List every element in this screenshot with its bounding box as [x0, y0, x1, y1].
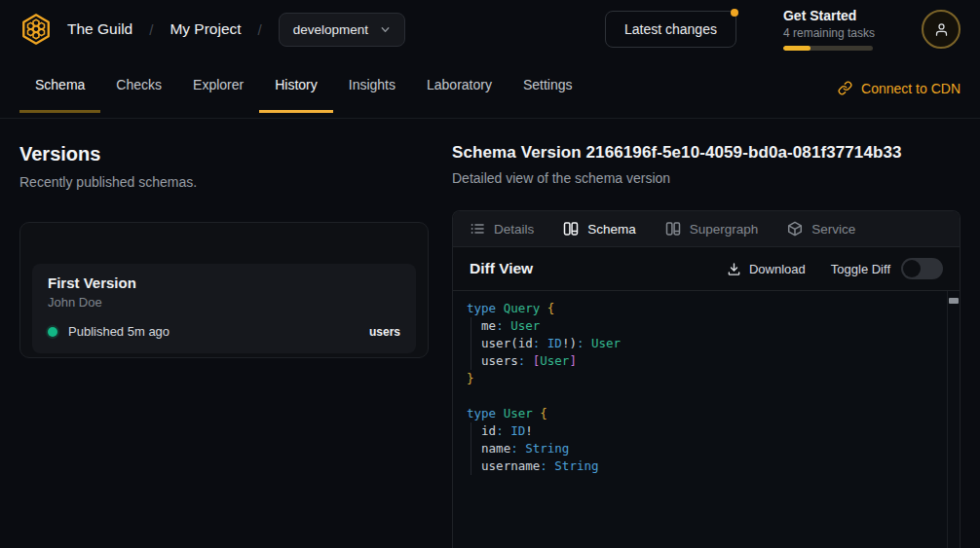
toggle-diff-group: Toggle Diff: [831, 258, 943, 279]
version-status-row: Published 5m ago users: [48, 324, 400, 339]
schema-version-subtitle: Detailed view of the schema version: [452, 170, 961, 186]
detail-tabbar: Details Schema Supergraph: [453, 211, 960, 247]
diff-view-actions: Download Toggle Diff: [727, 258, 943, 279]
environment-dropdown[interactable]: development: [279, 13, 405, 47]
hive-logo-icon[interactable]: [19, 13, 53, 46]
detail-tab-label: Schema: [587, 222, 636, 237]
download-button[interactable]: Download: [727, 262, 806, 276]
nav-tab-schema[interactable]: Schema: [19, 58, 100, 113]
diff-view-title: Diff View: [470, 260, 533, 277]
toggle-diff-label: Toggle Diff: [831, 262, 890, 276]
indent-guide: [471, 317, 471, 370]
detail-tab-label: Service: [811, 222, 855, 237]
main-content: Versions Recently published schemas. Fir…: [0, 119, 980, 548]
indent-guide: [471, 422, 471, 475]
breadcrumb-separator: /: [149, 21, 153, 38]
version-status: Published 5m ago: [68, 324, 170, 339]
list-icon: [470, 221, 485, 237]
nav-tab-history[interactable]: History: [259, 58, 333, 113]
get-started-title: Get Started: [783, 9, 875, 22]
detail-tab-label: Supergraph: [690, 222, 759, 237]
detail-tab-supergraph[interactable]: Supergraph: [665, 221, 759, 237]
cube-icon: [787, 221, 803, 237]
schema-version-box: Details Schema Supergraph: [452, 210, 961, 548]
nav-tab-laboratory[interactable]: Laboratory: [411, 58, 508, 113]
version-detail-panel: Schema Version 2166196f-5e10-4059-bd0a-0…: [448, 119, 980, 548]
detail-tab-service[interactable]: Service: [787, 221, 855, 237]
diff-view-bar: Diff View Download Toggle Diff: [453, 247, 960, 291]
code-content: type Query { me: User user(id: ID!): Use…: [467, 300, 946, 475]
user-icon: [934, 22, 949, 37]
get-started-progress-bar: [783, 46, 873, 51]
download-label: Download: [749, 262, 806, 276]
version-service-badge: users: [369, 325, 400, 339]
columns-icon: [563, 221, 579, 237]
versions-subtitle: Recently published schemas.: [19, 174, 429, 190]
toggle-diff-switch[interactable]: [901, 258, 943, 279]
versions-list-card: First Version John Doe Published 5m ago …: [19, 222, 429, 358]
progress-fill: [783, 46, 810, 51]
version-author: John Doe: [48, 295, 400, 310]
breadcrumb: The Guild / My Project / development: [19, 13, 405, 47]
latest-changes-button[interactable]: Latest changes: [605, 11, 736, 48]
schema-version-title: Schema Version 2166196f-5e10-4059-bd0a-0…: [452, 143, 961, 163]
get-started-remaining-tasks: 4 remaining tasks: [783, 27, 875, 39]
connect-to-cdn-button[interactable]: Connect to CDN: [838, 81, 961, 96]
code-scrollbar-thumb[interactable]: [949, 298, 959, 304]
environment-dropdown-value: development: [293, 22, 368, 37]
latest-changes-label: Latest changes: [624, 21, 717, 37]
app-header: The Guild / My Project / development Lat…: [0, 0, 980, 58]
user-avatar[interactable]: [922, 10, 961, 49]
published-status-dot: [48, 327, 57, 337]
nav-tab-settings[interactable]: Settings: [508, 58, 588, 113]
versions-panel: Versions Recently published schemas. Fir…: [0, 119, 448, 548]
version-name: First Version: [48, 274, 400, 291]
toggle-knob: [903, 260, 921, 277]
download-icon: [727, 262, 741, 276]
nav-tab-insights[interactable]: Insights: [333, 58, 411, 113]
detail-tab-details[interactable]: Details: [470, 221, 534, 237]
version-list-item[interactable]: First Version John Doe Published 5m ago …: [32, 264, 416, 353]
breadcrumb-separator: /: [258, 21, 262, 38]
nav-tab-explorer[interactable]: Explorer: [177, 58, 259, 113]
notification-dot: [731, 9, 738, 17]
breadcrumb-org[interactable]: The Guild: [67, 20, 132, 38]
header-actions: Latest changes Get Started 4 remaining t…: [605, 9, 961, 51]
detail-tab-label: Details: [494, 222, 534, 237]
code-scrollbar[interactable]: [947, 291, 960, 548]
columns-icon: [665, 221, 681, 237]
versions-title: Versions: [19, 143, 429, 165]
link-icon: [838, 81, 852, 95]
schema-code-viewer[interactable]: type Query { me: User user(id: ID!): Use…: [453, 291, 960, 548]
nav-tab-checks[interactable]: Checks: [100, 58, 177, 113]
chevron-down-icon: [380, 24, 391, 35]
breadcrumb-project[interactable]: My Project: [170, 20, 241, 38]
detail-tab-schema[interactable]: Schema: [563, 221, 636, 237]
connect-to-cdn-label: Connect to CDN: [861, 81, 961, 96]
get-started-widget[interactable]: Get Started 4 remaining tasks: [783, 9, 875, 51]
primary-nav: Schema Checks Explorer History Insights …: [0, 58, 980, 119]
